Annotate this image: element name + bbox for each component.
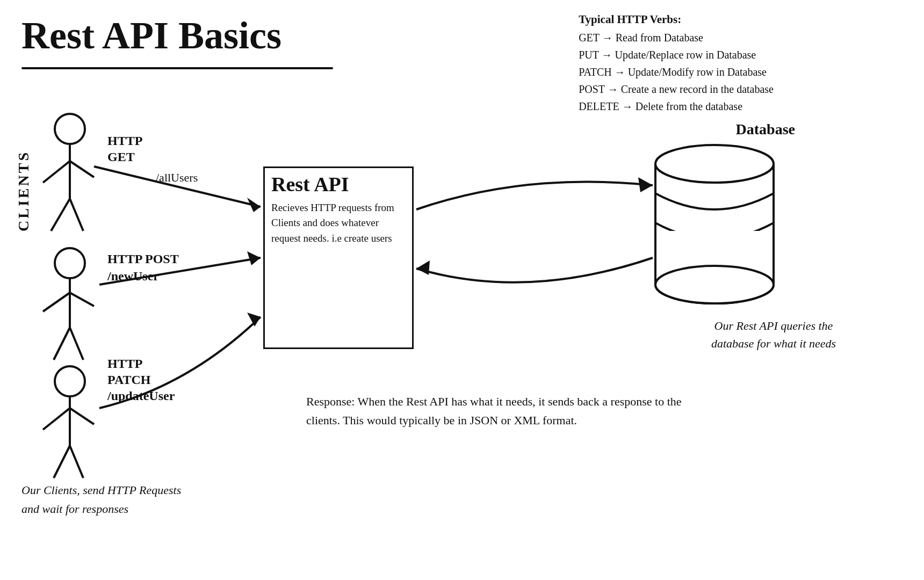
svg-line-2 xyxy=(43,161,70,183)
svg-marker-19 xyxy=(247,198,261,212)
svg-text:PATCH: PATCH xyxy=(107,373,151,387)
database-label: Database xyxy=(736,121,795,138)
verbs-heading: Typical HTTP Verbs: xyxy=(579,11,774,29)
verbs-lines: GET → Read from DatabasePUT → Update/Rep… xyxy=(579,29,774,115)
svg-line-5 xyxy=(70,199,83,231)
clients-bottom-label: Our Clients, send HTTP Requestsand wait … xyxy=(21,481,181,518)
db-query-label: Our Rest API queries the database for wh… xyxy=(698,317,849,352)
svg-text:/newUser: /newUser xyxy=(107,269,159,283)
svg-line-14 xyxy=(43,408,70,430)
svg-line-17 xyxy=(70,446,83,478)
svg-point-6 xyxy=(55,248,85,278)
svg-line-8 xyxy=(43,293,70,311)
rest-api-box: Rest API Recieves HTTP requests from Cli… xyxy=(263,166,414,349)
svg-line-16 xyxy=(54,446,70,478)
rest-api-description: Recieves HTTP requests from Clients and … xyxy=(265,196,412,251)
svg-text:/updateUser: /updateUser xyxy=(107,389,175,403)
svg-line-10 xyxy=(54,328,70,360)
svg-rect-34 xyxy=(655,231,774,285)
svg-line-4 xyxy=(51,199,70,231)
svg-text:HTTP POST: HTTP POST xyxy=(107,252,179,266)
svg-line-15 xyxy=(70,408,94,424)
title-underline xyxy=(21,67,333,69)
verbs-box: Typical HTTP Verbs: GET → Read from Data… xyxy=(579,11,774,115)
svg-point-32 xyxy=(655,145,774,183)
page-title: Rest API Basics xyxy=(21,16,281,55)
svg-text:GET: GET xyxy=(107,150,135,164)
clients-label: CLIENTS xyxy=(15,150,32,231)
response-label: Response: When the Rest API has what it … xyxy=(306,392,682,430)
verbs-line: GET → Read from Database xyxy=(579,29,774,46)
rest-api-title: Rest API xyxy=(265,168,412,196)
svg-point-0 xyxy=(55,114,85,144)
svg-text:HTTP: HTTP xyxy=(107,357,142,371)
svg-line-11 xyxy=(70,328,83,360)
svg-marker-37 xyxy=(416,260,430,275)
svg-line-9 xyxy=(70,293,94,306)
svg-line-20 xyxy=(99,258,261,285)
svg-text:/allUsers: /allUsers xyxy=(156,171,198,184)
svg-text:HTTP: HTTP xyxy=(107,134,142,148)
verbs-line: POST → Create a new record in the databa… xyxy=(579,81,774,98)
svg-line-18 xyxy=(94,166,261,207)
verbs-line: PUT → Update/Replace row in Database xyxy=(579,46,774,63)
svg-marker-21 xyxy=(247,251,261,265)
verbs-line: PATCH → Update/Modify row in Database xyxy=(579,63,774,81)
svg-point-12 xyxy=(55,366,85,396)
svg-marker-22 xyxy=(247,313,261,327)
verbs-line: DELETE → Delete from the database xyxy=(579,98,774,115)
svg-point-35 xyxy=(655,266,774,303)
svg-point-33 xyxy=(655,266,774,303)
svg-marker-36 xyxy=(638,177,653,192)
svg-line-3 xyxy=(70,161,94,177)
svg-rect-31 xyxy=(655,161,774,285)
